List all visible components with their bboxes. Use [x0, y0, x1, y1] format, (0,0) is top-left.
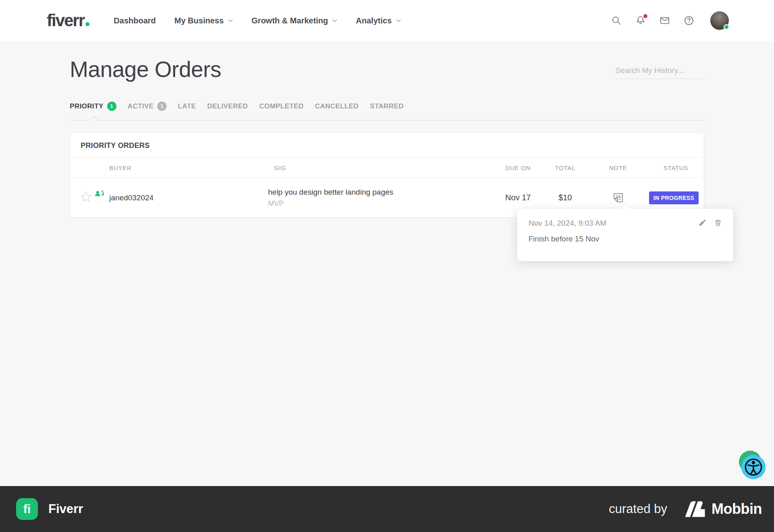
tab-label: DELIVERED: [207, 102, 248, 110]
nav-item-label: Dashboard: [114, 16, 156, 25]
column-header-gig: GIG: [268, 164, 494, 171]
tab-starred[interactable]: STARRED: [370, 102, 404, 110]
column-header-buyer: BUYER: [70, 164, 268, 171]
chevron-down-icon: [228, 19, 233, 23]
tab-delivered[interactable]: DELIVERED: [207, 102, 248, 110]
notifications-bell-icon[interactable]: [635, 15, 646, 26]
online-status-dot: [724, 24, 729, 30]
status-badge: IN PROGRESS: [649, 191, 699, 204]
nav-item-growth-marketing[interactable]: Growth & Marketing: [252, 16, 337, 25]
help-icon[interactable]: [684, 15, 694, 26]
column-header-status: STATUS: [648, 164, 704, 171]
tab-count-badge: 1: [107, 102, 117, 111]
tab-label: STARRED: [370, 102, 404, 110]
nav-item-analytics[interactable]: Analytics: [356, 16, 401, 25]
search-icon[interactable]: [611, 15, 622, 26]
tab-label: CANCELLED: [315, 102, 358, 110]
note-popover: Nov 14, 2024, 9:03 AM Finish before 15 N…: [517, 209, 733, 261]
note-icon[interactable]: [588, 191, 648, 204]
due-on-cell: Nov 17: [494, 193, 542, 202]
fiverr-app-icon[interactable]: fi: [16, 498, 38, 520]
tab-label: COMPLETED: [259, 102, 304, 110]
mobbin-logo-text[interactable]: Mobbin: [712, 501, 762, 517]
page-title: Manage Orders: [70, 56, 221, 82]
tab-active[interactable]: ACTIVE 1: [128, 102, 167, 111]
mobbin-logo-icon[interactable]: [684, 501, 706, 517]
footer-brand-name: Fiverr: [48, 502, 83, 516]
repeat-buyer-icon: [92, 186, 106, 201]
history-search-input[interactable]: [616, 66, 714, 75]
main-content: Manage Orders PRIORITY 1 ACTIVE 1 LATE D…: [0, 41, 774, 218]
tab-late[interactable]: LATE: [178, 102, 196, 110]
tab-completed[interactable]: COMPLETED: [259, 102, 304, 110]
footer-bar: fi Fiverr curated by Mobbin: [0, 486, 774, 532]
navbar-actions: [611, 11, 729, 30]
column-header-total: TOTAL: [542, 164, 588, 171]
column-header-due-on: DUE ON: [494, 164, 542, 171]
card-title: PRIORITY ORDERS: [70, 133, 704, 158]
accessibility-icon: [741, 455, 766, 479]
user-avatar[interactable]: [710, 11, 729, 30]
nav-item-label: Analytics: [356, 16, 392, 25]
status-cell: IN PROGRESS: [648, 191, 704, 204]
orders-tabs: PRIORITY 1 ACTIVE 1 LATE DELIVERED COMPL…: [70, 102, 704, 121]
fiverr-logo-dot: [85, 22, 89, 26]
delete-trash-icon[interactable]: [714, 219, 722, 227]
chevron-down-icon: [396, 19, 401, 23]
column-header-note: NOTE: [588, 164, 648, 171]
tab-priority[interactable]: PRIORITY 1: [70, 102, 117, 111]
fiverr-logo[interactable]: fiverr: [47, 11, 89, 30]
table-header-row: BUYER GIG DUE ON TOTAL NOTE STATUS: [70, 158, 704, 178]
messages-mail-icon[interactable]: [660, 15, 670, 26]
tab-cancelled[interactable]: CANCELLED: [315, 102, 358, 110]
nav-item-dashboard[interactable]: Dashboard: [114, 16, 156, 25]
star-order-icon[interactable]: [80, 191, 92, 205]
history-search: [616, 66, 704, 79]
nav-item-label: My Business: [175, 16, 224, 25]
top-navbar: fiverr Dashboard My Business Growth & Ma…: [0, 0, 774, 41]
note-timestamp: Nov 14, 2024, 9:03 AM: [528, 219, 606, 228]
notification-unread-dot: [643, 14, 647, 18]
tab-count-badge: 1: [157, 102, 166, 111]
nav-item-my-business[interactable]: My Business: [175, 16, 233, 25]
buyer-username[interactable]: janed032024: [109, 193, 154, 202]
note-text: Finish before 15 Nov: [528, 235, 722, 243]
active-tab-caret: [89, 116, 99, 125]
gig-title: help you design better landing pages: [268, 187, 482, 197]
curated-by-text: curated by: [609, 502, 667, 516]
fiverr-app-icon-text: fi: [23, 502, 31, 516]
edit-pencil-icon[interactable]: [698, 219, 706, 227]
priority-orders-card: PRIORITY ORDERS BUYER GIG DUE ON TOTAL N…: [70, 133, 704, 218]
chevron-down-icon: [332, 19, 337, 23]
fiverr-logo-text: fiverr: [47, 11, 84, 30]
accessibility-widget-button[interactable]: [737, 451, 766, 480]
buyer-cell: janed032024: [70, 191, 268, 205]
total-cell: $10: [542, 193, 588, 202]
tab-label: ACTIVE: [128, 102, 154, 110]
main-nav: Dashboard My Business Growth & Marketing…: [114, 16, 401, 25]
tab-label: PRIORITY: [70, 102, 104, 110]
tab-label: LATE: [178, 102, 196, 110]
gig-cell[interactable]: help you design better landing pages MVP: [268, 187, 494, 208]
nav-item-label: Growth & Marketing: [252, 16, 328, 25]
gig-package: MVP: [268, 200, 482, 208]
